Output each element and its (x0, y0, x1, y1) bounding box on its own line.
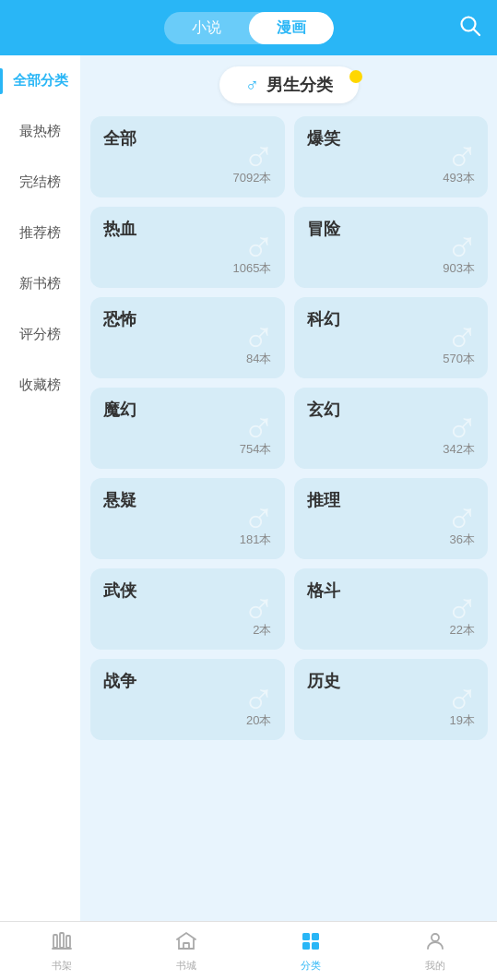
nav-mine[interactable]: 我的 (373, 922, 497, 980)
card-bg-icon-13: ♂ (445, 677, 479, 722)
mine-icon (424, 930, 446, 956)
nav-category[interactable]: 分类 (249, 922, 373, 980)
category-card-2[interactable]: 热血 ♂ 1065本 (90, 207, 285, 288)
svg-rect-8 (312, 933, 319, 940)
svg-rect-3 (60, 933, 64, 948)
card-bg-icon-9: ♂ (445, 496, 479, 541)
card-bg-icon-5: ♂ (445, 316, 479, 360)
category-card-9[interactable]: 推理 ♂ 36本 (294, 478, 489, 559)
category-card-0[interactable]: 全部 ♂ 7092本 (90, 116, 285, 197)
category-card-5[interactable]: 科幻 ♂ 570本 (294, 297, 489, 378)
category-card-3[interactable]: 冒险 ♂ 903本 (294, 207, 489, 288)
card-bg-icon-3: ♂ (445, 225, 479, 269)
nav-shelf-label: 书架 (52, 959, 72, 973)
svg-line-1 (474, 30, 480, 36)
category-card-6[interactable]: 魔幻 ♂ 754本 (90, 388, 285, 469)
gender-badge[interactable]: ♂ 男生分类 (219, 66, 359, 103)
nav-shelf[interactable]: 书架 (0, 922, 124, 980)
category-card-7[interactable]: 玄幻 ♂ 342本 (294, 388, 489, 469)
sidebar-item-complete[interactable]: 完结榜 (0, 157, 80, 208)
category-card-11[interactable]: 格斗 ♂ 22本 (294, 568, 489, 650)
tab-novel[interactable]: 小说 (164, 12, 249, 44)
card-bg-icon-0: ♂ (243, 135, 276, 179)
svg-rect-7 (302, 933, 310, 940)
search-button[interactable] (458, 14, 482, 42)
sidebar-item-recommend[interactable]: 推荐榜 (0, 208, 80, 258)
tab-manga[interactable]: 漫画 (249, 12, 334, 44)
nav-mine-label: 我的 (425, 959, 445, 973)
card-bg-icon-12: ♂ (243, 677, 276, 722)
card-bg-icon-7: ♂ (445, 406, 479, 450)
svg-rect-10 (312, 942, 319, 950)
sidebar-item-all[interactable]: 全部分类 (0, 55, 80, 106)
tab-group: 小说 漫画 (164, 12, 334, 44)
card-bg-icon-6: ♂ (243, 406, 276, 450)
gender-header: ♂ 男生分类 (90, 66, 488, 103)
category-card-1[interactable]: 爆笑 ♂ 493本 (294, 116, 489, 197)
top-nav: 小说 漫画 (0, 0, 497, 55)
nav-category-label: 分类 (301, 959, 321, 973)
shelf-icon (51, 930, 73, 956)
category-grid: 全部 ♂ 7092本 爆笑 ♂ 493本 热血 ♂ 1065本 冒险 ♂ 903… (90, 116, 488, 740)
sidebar-item-hot[interactable]: 最热榜 (0, 106, 80, 157)
svg-rect-2 (53, 935, 57, 948)
card-bg-icon-2: ♂ (243, 225, 276, 269)
bottom-nav: 书架 书城 分类 我的 (0, 921, 497, 980)
card-bg-icon-11: ♂ (445, 587, 479, 631)
store-icon (175, 930, 197, 956)
sidebar-item-newbook[interactable]: 新书榜 (0, 258, 80, 309)
card-bg-icon-1: ♂ (445, 135, 479, 179)
yellow-dot-icon (349, 70, 362, 83)
gender-label: 男生分类 (266, 74, 333, 96)
category-card-12[interactable]: 战争 ♂ 20本 (90, 659, 285, 740)
nav-store[interactable]: 书城 (124, 922, 249, 980)
main-layout: 全部分类 最热榜 完结榜 推荐榜 新书榜 评分榜 收藏榜 ♂ 男生分类 (0, 55, 497, 921)
category-icon (300, 930, 322, 956)
card-bg-icon-4: ♂ (243, 316, 276, 360)
nav-store-label: 书城 (176, 959, 196, 973)
category-card-13[interactable]: 历史 ♂ 19本 (294, 659, 489, 740)
category-card-10[interactable]: 武侠 ♂ 2本 (90, 568, 285, 650)
svg-point-11 (432, 934, 439, 941)
category-card-8[interactable]: 悬疑 ♂ 181本 (90, 478, 285, 559)
category-card-4[interactable]: 恐怖 ♂ 84本 (90, 297, 285, 378)
sidebar: 全部分类 最热榜 完结榜 推荐榜 新书榜 评分榜 收藏榜 (0, 55, 81, 921)
sidebar-item-collect[interactable]: 收藏榜 (0, 360, 80, 411)
sidebar-item-score[interactable]: 评分榜 (0, 309, 80, 360)
male-icon: ♂ (245, 75, 259, 96)
card-bg-icon-8: ♂ (243, 496, 276, 541)
svg-rect-6 (183, 943, 189, 949)
content-area: ♂ 男生分类 全部 ♂ 7092本 爆笑 ♂ 493本 热血 ♂ 1065本 冒… (81, 55, 497, 921)
card-bg-icon-10: ♂ (243, 587, 276, 631)
svg-rect-4 (66, 936, 70, 948)
svg-rect-9 (302, 942, 310, 950)
